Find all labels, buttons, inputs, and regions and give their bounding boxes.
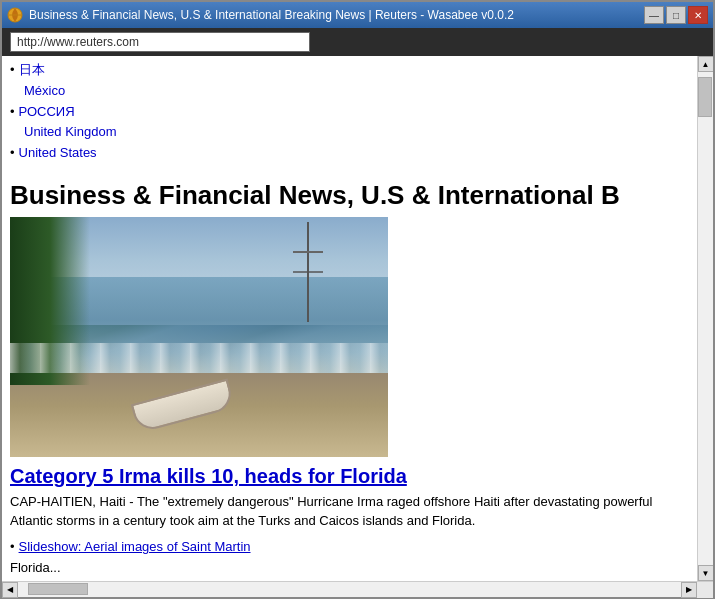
bullet-us: • (10, 143, 15, 164)
scroll-left-arrow[interactable]: ◀ (2, 582, 18, 598)
boat (123, 371, 243, 421)
content-area: • 日本 México • РОССИЯ United Kingdom • Un… (2, 56, 713, 581)
right-scrollbar: ▲ ▼ (697, 56, 713, 581)
nav-link-mexico[interactable]: México (24, 81, 65, 102)
title-bar-text: Business & Financial News, U.S & Interna… (29, 8, 638, 22)
bullet-japan: • (10, 60, 15, 81)
sub-links: • Slideshow: Aerial images of Saint Mart… (2, 537, 697, 558)
window-controls: — □ ✕ (644, 6, 708, 24)
nav-item-mexico: México (10, 81, 689, 102)
scroll-corner (697, 582, 713, 598)
scroll-down-arrow[interactable]: ▼ (698, 565, 714, 581)
close-button[interactable]: ✕ (688, 6, 708, 24)
address-bar (2, 28, 713, 56)
wave-foam (10, 343, 388, 373)
article-summary: CAP-HAITIEN, Haiti - The "extremely dang… (2, 492, 697, 537)
bullet-russia: • (10, 102, 15, 123)
slideshow-link[interactable]: Slideshow: Aerial images of Saint Martin (19, 539, 251, 554)
bullet-slideshow: • (10, 539, 15, 554)
main-content: • 日本 México • РОССИЯ United Kingdom • Un… (2, 56, 697, 581)
nav-item-us: • United States (10, 143, 689, 164)
address-input[interactable] (10, 32, 310, 52)
scroll-right-arrow[interactable]: ▶ (681, 582, 697, 598)
article-headline-link[interactable]: Category 5 Irma kills 10, heads for Flor… (2, 457, 697, 492)
nav-menu: • 日本 México • РОССИЯ United Kingdom • Un… (2, 56, 697, 172)
hero-image-container (2, 217, 697, 457)
scroll-thumb-right[interactable] (698, 77, 712, 117)
minimize-button[interactable]: — (644, 6, 664, 24)
nav-link-us[interactable]: United States (19, 143, 97, 164)
browser-icon (7, 7, 23, 23)
scroll-up-arrow[interactable]: ▲ (698, 56, 714, 72)
nav-item-japan: • 日本 (10, 60, 689, 81)
title-bar: Business & Financial News, U.S & Interna… (2, 2, 713, 28)
sub-link-item-slideshow: • Slideshow: Aerial images of Saint Mart… (10, 539, 689, 554)
browser-window: Business & Financial News, U.S & Interna… (0, 0, 715, 599)
scroll-thumb-bottom[interactable] (28, 583, 88, 595)
power-tower (288, 222, 328, 322)
nav-link-russia[interactable]: РОССИЯ (19, 102, 75, 123)
page-title: Business & Financial News, U.S & Interna… (2, 172, 697, 217)
hero-image-scene (10, 217, 388, 457)
scroll-track-bottom[interactable] (18, 582, 681, 597)
maximize-button[interactable]: □ (666, 6, 686, 24)
nav-item-russia: • РОССИЯ (10, 102, 689, 123)
bottom-scrollbar: ◀ ▶ (2, 581, 713, 597)
nav-link-uk[interactable]: United Kingdom (24, 122, 117, 143)
nav-item-uk: United Kingdom (10, 122, 689, 143)
hero-image (10, 217, 388, 457)
nav-link-japan[interactable]: 日本 (19, 60, 45, 81)
scroll-track-right[interactable] (698, 72, 713, 565)
article-more-text: Florida... (2, 558, 697, 581)
